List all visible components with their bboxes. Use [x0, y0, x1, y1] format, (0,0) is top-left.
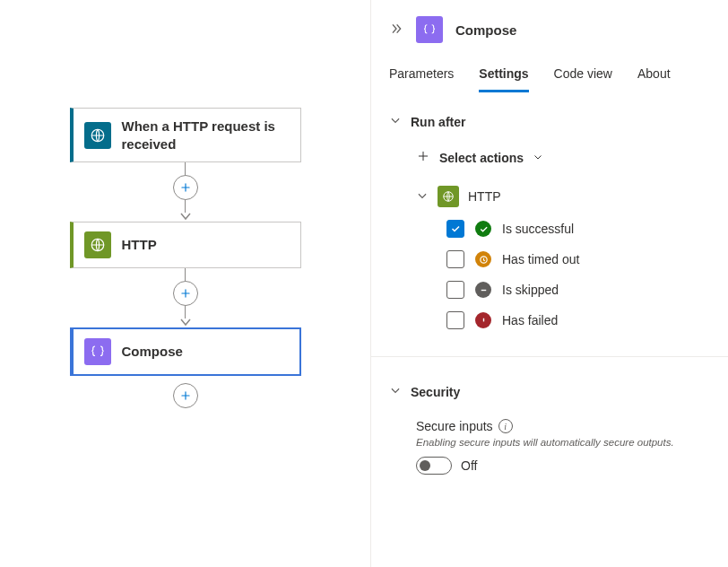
- status-is-successful: Is successful: [446, 220, 710, 238]
- globe-icon: [438, 186, 459, 207]
- status-label: Has timed out: [502, 252, 579, 266]
- braces-icon: [84, 338, 111, 365]
- section-security[interactable]: Security: [389, 384, 710, 399]
- check-circle-icon: [475, 221, 491, 237]
- tab-settings[interactable]: Settings: [479, 59, 528, 92]
- connector: [173, 268, 198, 327]
- node-http[interactable]: HTTP: [70, 222, 301, 268]
- status-has-failed: Has failed: [446, 311, 710, 329]
- divider: [371, 356, 728, 357]
- clock-icon: [475, 251, 491, 267]
- add-step-button[interactable]: [173, 383, 198, 408]
- status-label: Is skipped: [502, 283, 559, 297]
- node-compose[interactable]: Compose: [70, 327, 301, 376]
- pane-title: Compose: [455, 22, 516, 38]
- select-actions-button[interactable]: Select actions: [416, 149, 710, 166]
- chevron-down-icon: [389, 114, 402, 129]
- secure-inputs-row: Secure inputs i Enabling secure inputs w…: [416, 419, 710, 475]
- arrow-down-icon: [180, 213, 191, 222]
- braces-icon: [416, 16, 443, 43]
- section-title: Run after: [411, 115, 465, 129]
- status-label: Has failed: [502, 313, 558, 327]
- tab-about[interactable]: About: [637, 59, 671, 92]
- arrow-down-icon: [180, 318, 191, 327]
- status-has-timed-out: Has timed out: [446, 250, 710, 268]
- chevrons-right-icon[interactable]: [389, 22, 403, 39]
- secure-inputs-toggle[interactable]: [416, 457, 452, 475]
- action-header[interactable]: HTTP: [416, 186, 710, 207]
- tab-parameters[interactable]: Parameters: [389, 59, 454, 92]
- checkbox-success[interactable]: [446, 220, 464, 238]
- add-step-button[interactable]: [173, 175, 198, 200]
- pane-body: Run after Select actions HTTP: [371, 92, 728, 489]
- checkbox-failed[interactable]: [446, 311, 464, 329]
- section-run-after[interactable]: Run after: [389, 114, 710, 129]
- checkbox-timed-out[interactable]: [446, 250, 464, 268]
- chevron-down-icon: [389, 384, 402, 399]
- status-is-skipped: Is skipped: [446, 281, 710, 299]
- workflow-canvas: When a HTTP request is received HTTP: [0, 0, 371, 567]
- checkbox-skipped[interactable]: [446, 281, 464, 299]
- globe-icon: [84, 231, 111, 258]
- workflow-flow: When a HTTP request is received HTTP: [0, 108, 370, 408]
- chevron-down-icon: [533, 151, 543, 165]
- secure-inputs-helper: Enabling secure inputs will automaticall…: [416, 437, 685, 448]
- section-title: Security: [411, 385, 460, 399]
- exclamation-circle-icon: [475, 312, 491, 328]
- run-after-action: HTTP Is successful Ha: [416, 186, 710, 329]
- secure-inputs-label: Secure inputs: [416, 419, 493, 433]
- add-step-button[interactable]: [173, 281, 198, 306]
- tab-code-view[interactable]: Code view: [554, 59, 612, 92]
- status-label: Is successful: [502, 222, 574, 236]
- action-name: HTTP: [468, 189, 501, 204]
- node-title: When a HTTP request is received: [122, 118, 290, 153]
- globe-icon: [84, 122, 111, 149]
- node-title: HTTP: [122, 236, 157, 254]
- minus-circle-icon: [475, 282, 491, 298]
- select-actions-label: Select actions: [439, 151, 524, 165]
- tabs: Parameters Settings Code view About: [371, 59, 728, 92]
- pane-header: Compose: [371, 16, 728, 59]
- status-list: Is successful Has timed out Is skipped: [446, 220, 710, 329]
- node-trigger-http-request[interactable]: When a HTTP request is received: [70, 108, 301, 162]
- connector: [173, 162, 198, 222]
- node-title: Compose: [122, 343, 183, 361]
- chevron-down-icon: [416, 189, 429, 205]
- info-icon[interactable]: i: [498, 419, 513, 433]
- plus-icon: [416, 149, 430, 166]
- toggle-state: Off: [461, 458, 477, 473]
- settings-pane: Compose Parameters Settings Code view Ab…: [371, 0, 728, 567]
